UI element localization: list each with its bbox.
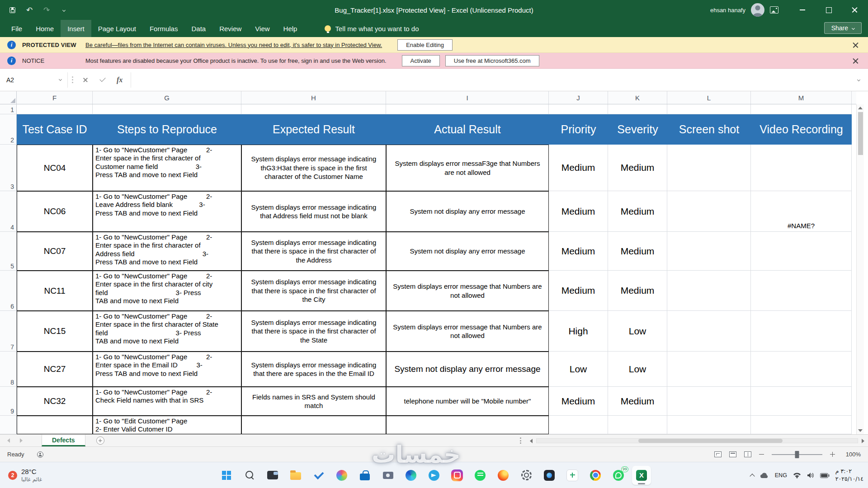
name-box[interactable]: A2 <box>0 72 68 88</box>
cell-actual-NC11[interactable]: System displays error message that Numbe… <box>386 271 549 311</box>
battery-icon[interactable] <box>820 473 830 478</box>
horizontal-scroll-track[interactable] <box>536 438 858 443</box>
maximize-button[interactable] <box>816 0 842 20</box>
table-header-video-recording[interactable]: Video Recording <box>751 114 852 145</box>
cell-video-NC27[interactable] <box>751 352 852 387</box>
vertical-scroll-thumb[interactable] <box>858 112 863 155</box>
weather-widget[interactable]: 2 28°C غائم غالبا <box>5 462 46 488</box>
close-icon[interactable] <box>852 57 859 64</box>
cell-video-NC07[interactable] <box>751 232 852 271</box>
ribbon-tab-page-layout[interactable]: Page Layout <box>91 20 143 37</box>
zoom-in-button[interactable] <box>830 452 835 457</box>
cell-steps-NC04[interactable]: 1- Go to "NewCustomer" Page 2- Enter spa… <box>93 145 241 191</box>
table-header-severity[interactable]: Severity <box>608 114 667 145</box>
scroll-right-icon[interactable] <box>862 439 864 443</box>
ribbon-tab-insert[interactable]: Insert <box>61 20 91 37</box>
onedrive-cloud-icon[interactable] <box>760 473 769 479</box>
cell-expected-NC11[interactable]: System displays error message indicating… <box>241 271 386 311</box>
cell-actual-NC27[interactable]: System not display any error message <box>386 352 549 387</box>
row-header-5[interactable]: 5 <box>0 232 17 271</box>
cell-testcase-id-NC04[interactable]: NC04 <box>17 145 93 191</box>
media-taskbar-icon[interactable] <box>540 466 559 485</box>
cell-testcase-id-NC32[interactable]: NC32 <box>17 387 93 416</box>
store-taskbar-icon[interactable] <box>355 466 374 485</box>
page-layout-view-button[interactable] <box>729 451 736 457</box>
tray-expand-icon[interactable] <box>750 474 755 479</box>
avatar[interactable] <box>751 3 764 17</box>
cell-expected-NC07[interactable]: System displays error message indicating… <box>241 232 386 271</box>
cell-expected-NC32[interactable]: Fields names in SRS and System should ma… <box>241 387 386 416</box>
spotify-taskbar-icon[interactable] <box>471 466 490 485</box>
language-indicator[interactable]: ENG <box>775 472 787 479</box>
cell-L-1[interactable] <box>667 104 751 114</box>
sheet-nav-right-icon[interactable] <box>20 438 23 443</box>
cell-screenshot-NC11[interactable] <box>667 271 751 311</box>
photos-taskbar-icon[interactable] <box>332 466 351 485</box>
cell-severity-NC11[interactable]: Medium <box>608 271 667 311</box>
cell-priority-NC04[interactable]: Medium <box>549 145 608 191</box>
cell-J-1[interactable] <box>549 104 608 114</box>
row-header-9[interactable]: 9 <box>0 387 17 416</box>
scroll-up-icon[interactable] <box>858 107 863 109</box>
row-header-3[interactable]: 3 <box>0 145 17 191</box>
cell-screenshot-NC27[interactable] <box>667 352 751 387</box>
page-break-view-button[interactable] <box>744 451 751 457</box>
cell-screenshot-NC15[interactable] <box>667 311 751 352</box>
cell-actual-NC15[interactable]: System displays error message that Numbe… <box>386 311 549 352</box>
horizontal-scroll-thumb[interactable] <box>638 439 783 443</box>
ribbon-tab-home[interactable]: Home <box>29 20 61 37</box>
ribbon-tab-file[interactable]: File <box>5 20 29 37</box>
cell-priority-NC27[interactable]: Low <box>549 352 608 387</box>
share-button[interactable]: Share <box>824 22 862 34</box>
explorer-taskbar-icon[interactable] <box>286 466 305 485</box>
cell-steps-row10[interactable]: 1- Go to "Edit Customer" Page 2- Enter V… <box>93 416 241 434</box>
notes-taskbar-icon[interactable] <box>563 466 582 485</box>
chrome-taskbar-icon[interactable] <box>586 466 605 485</box>
cell-I-1[interactable] <box>386 104 549 114</box>
cell-priority-row10[interactable] <box>549 416 608 434</box>
cell-video-row10[interactable] <box>751 416 852 434</box>
cell-video-NC06[interactable]: #NAME? <box>751 191 852 232</box>
row-header-6[interactable]: 6 <box>0 271 17 311</box>
cell-steps-NC07[interactable]: 1- Go to "NewCustomer" Page 2- Enter spa… <box>93 232 241 271</box>
ribbon-tab-review[interactable]: Review <box>212 20 248 37</box>
minimize-button[interactable] <box>789 0 816 20</box>
telegram-taskbar-icon[interactable] <box>425 466 443 485</box>
column-header-J[interactable]: J <box>549 91 608 104</box>
cell-severity-NC27[interactable]: Low <box>608 352 667 387</box>
ribbon-tab-formulas[interactable]: Formulas <box>143 20 185 37</box>
vertical-scrollbar[interactable] <box>856 104 864 434</box>
customize-toolbar-icon[interactable] <box>60 5 68 14</box>
close-icon[interactable] <box>852 42 859 48</box>
cell-priority-NC32[interactable]: Medium <box>549 387 608 416</box>
use-free-button[interactable]: Use free at Microsoft365.com <box>445 55 539 66</box>
cell-screenshot-NC04[interactable] <box>667 145 751 191</box>
cell-H-1[interactable] <box>241 104 386 114</box>
cell-video-NC15[interactable] <box>751 311 852 352</box>
tell-me-box[interactable]: Tell me what you want to do <box>325 25 419 33</box>
cell-G-1[interactable] <box>93 104 241 114</box>
taskview-taskbar-icon[interactable] <box>263 466 282 485</box>
row-header-1[interactable]: 1 <box>0 104 17 114</box>
ribbon-tab-help[interactable]: Help <box>277 20 304 37</box>
cell-testcase-id-NC07[interactable]: NC07 <box>17 232 93 271</box>
cell-screenshot-row10[interactable] <box>667 416 751 434</box>
zoom-level[interactable]: 100% <box>843 451 861 458</box>
close-button[interactable] <box>842 0 868 20</box>
accessibility-icon[interactable] <box>37 451 43 458</box>
normal-view-button[interactable] <box>714 451 722 457</box>
column-header-K[interactable]: K <box>608 91 667 104</box>
cell-severity-NC15[interactable]: Low <box>608 311 667 352</box>
cell-steps-NC27[interactable]: 1- Go to "NewCustomer" Page 2- Enter spa… <box>93 352 241 387</box>
cell-screenshot-NC07[interactable] <box>667 232 751 271</box>
column-header-I[interactable]: I <box>386 91 549 104</box>
zoom-slider[interactable] <box>772 454 822 455</box>
cell-actual-NC04[interactable]: System displays error messaF3ge that Num… <box>386 145 549 191</box>
clock[interactable]: ٣:٠٢ م ٢٠٢٥/١٠/١٤ <box>835 468 863 483</box>
start-taskbar-icon[interactable] <box>217 466 236 485</box>
cell-steps-NC15[interactable]: 1- Go to "NewCustomer" Page 2- Enter spa… <box>93 311 241 352</box>
cell-severity-NC04[interactable]: Medium <box>608 145 667 191</box>
cell-priority-NC06[interactable]: Medium <box>549 191 608 232</box>
cell-testcase-id-NC15[interactable]: NC15 <box>17 311 93 352</box>
cell-screenshot-NC32[interactable] <box>667 387 751 416</box>
